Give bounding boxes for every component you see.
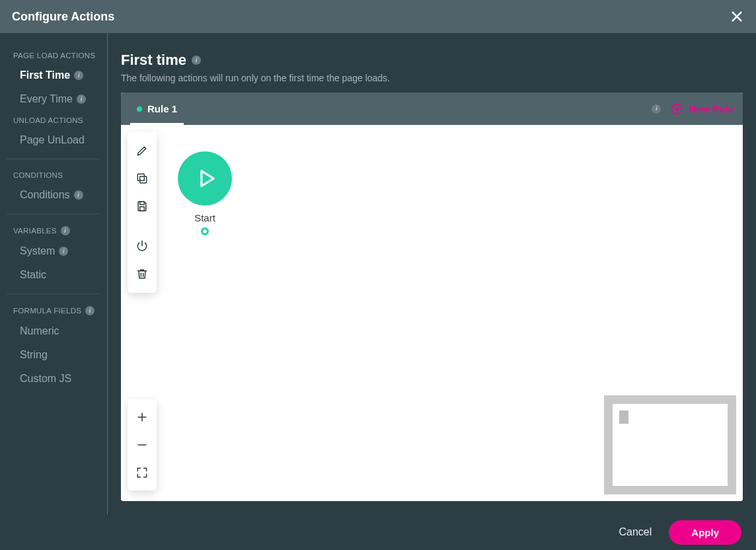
- start-node-label: Start: [194, 212, 215, 223]
- info-icon[interactable]: i: [59, 247, 68, 256]
- copy-icon: [135, 172, 149, 185]
- fullscreen-icon: [135, 466, 149, 479]
- apply-button[interactable]: Apply: [669, 520, 741, 545]
- page-title: First time: [121, 52, 186, 69]
- sidebar-item-page-unload[interactable]: Page UnLoad: [0, 128, 107, 152]
- delete-button[interactable]: [128, 260, 157, 288]
- save-icon: [135, 200, 149, 213]
- sidebar-item-custom-js[interactable]: Custom JS: [0, 367, 107, 391]
- sidebar-section-label: PAGE LOAD ACTIONS: [13, 52, 95, 59]
- zoom-in-button[interactable]: [128, 403, 157, 431]
- sidebar-section-header: UNLOAD ACTIONS: [0, 111, 107, 128]
- minimap-node-icon: [619, 411, 628, 424]
- sidebar-item-label: Static: [20, 269, 46, 281]
- sidebar-section-label: VARIABLES: [13, 227, 57, 235]
- sidebar: PAGE LOAD ACTIONSFirst TimeiEvery TimeiU…: [0, 33, 108, 514]
- sidebar-item-label: Numeric: [20, 325, 59, 337]
- modal-header: Configure Actions: [0, 0, 756, 33]
- start-node-port[interactable]: [201, 227, 209, 235]
- modal-footer: Cancel Apply: [0, 514, 756, 550]
- power-icon: [135, 239, 149, 253]
- sidebar-item-label: Custom JS: [20, 373, 71, 385]
- rule-tab-label: Rule 1: [147, 103, 177, 114]
- plus-circle-icon: [670, 102, 683, 116]
- zoom-tools: [128, 399, 157, 491]
- sidebar-item-string[interactable]: String: [0, 343, 107, 367]
- start-node-circle[interactable]: [178, 151, 232, 206]
- rule-tab-1[interactable]: Rule 1: [130, 93, 184, 125]
- sidebar-divider: [7, 159, 100, 159]
- cancel-button[interactable]: Cancel: [619, 526, 652, 538]
- start-node[interactable]: Start: [178, 151, 232, 235]
- svg-rect-6: [137, 174, 144, 180]
- sidebar-item-label: Page UnLoad: [20, 134, 85, 146]
- sidebar-section-label: UNLOAD ACTIONS: [13, 116, 83, 124]
- power-button[interactable]: [128, 232, 157, 260]
- play-icon: [195, 167, 217, 190]
- new-rule-label: New Rule: [689, 103, 734, 114]
- minimap-viewport: [613, 404, 728, 486]
- trash-icon: [135, 267, 149, 280]
- page-title-row: First time i: [121, 52, 743, 69]
- save-button[interactable]: [128, 192, 157, 220]
- rule-active-indicator-icon: [137, 106, 142, 112]
- sidebar-section-header: CONDITIONS: [0, 166, 107, 183]
- edit-button[interactable]: [128, 137, 157, 165]
- rule-tabs-bar: Rule 1 i New Rule: [121, 93, 743, 125]
- sidebar-item-label: String: [20, 349, 48, 361]
- configure-actions-modal: Configure Actions PAGE LOAD ACTIONSFirst…: [0, 0, 756, 550]
- sidebar-section-header: PAGE LOAD ACTIONS: [0, 46, 107, 63]
- sidebar-item-system[interactable]: Systemi: [0, 239, 107, 263]
- zoom-out-button[interactable]: [128, 431, 157, 459]
- pencil-icon: [135, 144, 149, 157]
- info-icon[interactable]: i: [77, 95, 86, 104]
- sidebar-divider: [7, 294, 100, 294]
- page-subtitle: The following actions will run only on t…: [121, 73, 743, 83]
- sidebar-item-every-time[interactable]: Every Timei: [0, 87, 107, 111]
- page-header: First time i The following actions will …: [121, 52, 743, 93]
- svg-marker-14: [202, 171, 213, 186]
- new-rule-button[interactable]: New Rule: [670, 102, 734, 116]
- copy-button[interactable]: [128, 165, 157, 192]
- sidebar-section-header: VARIABLESi: [0, 221, 107, 239]
- svg-rect-7: [140, 202, 145, 204]
- close-button[interactable]: [730, 9, 744, 24]
- info-icon[interactable]: i: [61, 226, 70, 235]
- svg-rect-8: [140, 207, 145, 211]
- rule-container: Rule 1 i New Rule: [121, 93, 743, 501]
- sidebar-divider: [7, 214, 100, 214]
- sidebar-item-first-time[interactable]: First Timei: [0, 63, 107, 87]
- sidebar-item-static[interactable]: Static: [0, 263, 107, 287]
- close-icon: [730, 9, 744, 24]
- info-icon[interactable]: i: [192, 56, 201, 65]
- sidebar-section-label: CONDITIONS: [13, 171, 63, 179]
- info-icon[interactable]: i: [652, 104, 661, 114]
- modal-body: PAGE LOAD ACTIONSFirst TimeiEvery TimeiU…: [0, 33, 756, 514]
- sidebar-item-conditions[interactable]: Conditionsi: [0, 183, 107, 207]
- minus-icon: [135, 438, 149, 452]
- sidebar-item-label: First Time: [20, 69, 70, 81]
- sidebar-section-header: FORMULA FIELDSi: [0, 301, 107, 319]
- canvas-tools: [128, 132, 157, 293]
- sidebar-item-label: System: [20, 245, 55, 257]
- plus-icon: [135, 411, 149, 424]
- sidebar-item-label: Conditions: [20, 189, 70, 201]
- rule-canvas[interactable]: Start: [121, 125, 743, 501]
- sidebar-item-label: Every Time: [20, 93, 73, 105]
- info-icon[interactable]: i: [74, 190, 83, 200]
- main-panel: First time i The following actions will …: [108, 33, 756, 514]
- minimap[interactable]: [604, 395, 736, 494]
- sidebar-section-label: FORMULA FIELDS: [13, 307, 81, 315]
- info-icon[interactable]: i: [85, 306, 94, 315]
- sidebar-item-numeric[interactable]: Numeric: [0, 319, 107, 343]
- modal-title: Configure Actions: [12, 10, 114, 24]
- fit-screen-button[interactable]: [128, 459, 157, 487]
- info-icon[interactable]: i: [74, 71, 83, 80]
- svg-rect-5: [140, 177, 147, 183]
